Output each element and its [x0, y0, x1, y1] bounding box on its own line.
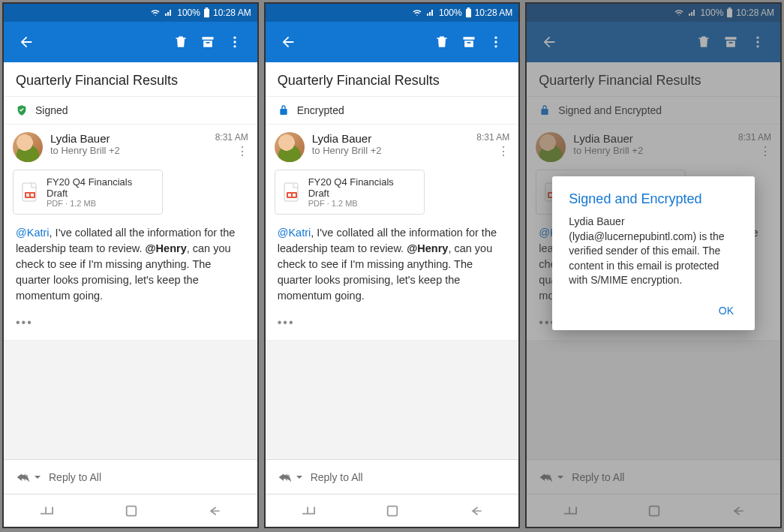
svg-rect-1 [206, 8, 209, 9]
nav-recent-icon[interactable] [300, 504, 317, 518]
sender-row[interactable]: Lydia Bauer to Henry Brill +2 8:31 AM ⋮ [266, 125, 519, 167]
avatar [13, 132, 43, 162]
signal-icon [164, 8, 174, 17]
security-dialog: Signed and Encrypted Lydia Bauer (lydia@… [552, 176, 755, 330]
svg-point-14 [495, 45, 497, 47]
battery-percent: 100% [177, 8, 200, 18]
svg-rect-8 [31, 194, 34, 197]
svg-point-2 [233, 37, 236, 39]
phone-screen: 100% 10:28 AM Quarterly Financial Result… [2, 2, 259, 528]
mention[interactable]: @Katri [278, 227, 311, 239]
empty-area [266, 341, 519, 459]
svg-point-12 [495, 37, 497, 39]
reply-all-icon [16, 470, 41, 484]
mention[interactable]: @Henry [145, 242, 186, 254]
app-bar [4, 22, 257, 62]
svg-rect-9 [127, 506, 137, 515]
svg-rect-10 [466, 9, 471, 17]
file-pdf-icon [21, 182, 39, 203]
archive-button[interactable] [194, 29, 221, 56]
battery-icon [465, 8, 472, 18]
svg-rect-17 [288, 194, 291, 197]
nav-back-icon[interactable] [469, 504, 484, 518]
delete-button[interactable] [428, 29, 455, 56]
expand-quoted-icon[interactable]: ••• [266, 313, 519, 341]
status-bar: 100% 10:28 AM [4, 4, 257, 22]
phone-screen: 100% 10:28 AM Quarterly Financial Result… [525, 2, 782, 528]
nav-recent-icon[interactable] [38, 504, 55, 518]
svg-rect-11 [467, 8, 470, 9]
signal-icon [425, 8, 436, 17]
reply-label: Reply to All [49, 471, 101, 483]
svg-point-13 [495, 41, 497, 43]
attachment-chip[interactable]: FY20 Q4 Financials Draft PDF · 1.2 MB [275, 170, 425, 215]
attachment-name: FY20 Q4 Financials Draft [308, 176, 416, 199]
message-more-icon[interactable]: ⋮ [497, 146, 509, 158]
message-more-icon[interactable]: ⋮ [236, 146, 248, 158]
battery-percent: 100% [439, 8, 462, 18]
status-bar: 100% 10:28 AM [266, 4, 519, 22]
security-row[interactable]: Encrypted [266, 97, 519, 125]
nav-home-icon[interactable] [125, 504, 138, 518]
wifi-icon [150, 8, 161, 17]
avatar [275, 132, 305, 162]
empty-area [4, 341, 257, 459]
more-button[interactable] [482, 29, 509, 56]
nav-back-icon[interactable] [207, 504, 222, 518]
system-nav-bar [266, 494, 519, 527]
recipients-summary: to Henry Brill +2 [50, 145, 208, 156]
system-nav-bar [4, 494, 257, 527]
mention[interactable]: @Katri [16, 227, 50, 239]
security-row[interactable]: Signed [4, 97, 257, 125]
message-time: 8:31 AM [476, 132, 509, 143]
encrypted-icon [278, 104, 290, 116]
svg-rect-7 [26, 194, 29, 197]
reply-label: Reply to All [311, 471, 363, 483]
attachment-chip[interactable]: FY20 Q4 Financials Draft PDF · 1.2 MB [13, 170, 163, 215]
phone-screen: 100% 10:28 AM Quarterly Financial Result… [264, 2, 521, 528]
email-body: @Katri, I've collated all the informatio… [4, 222, 257, 313]
battery-icon [203, 8, 210, 18]
expand-quoted-icon[interactable]: ••• [4, 313, 257, 341]
security-label: Signed [35, 104, 68, 116]
svg-rect-0 [204, 9, 209, 17]
attachment-meta: PDF · 1.2 MB [47, 199, 155, 208]
email-subject: Quarterly Financial Results [266, 62, 519, 97]
wifi-icon [412, 8, 422, 17]
svg-point-3 [233, 41, 236, 43]
svg-point-4 [233, 45, 236, 47]
nav-home-icon[interactable] [386, 504, 399, 518]
message-time: 8:31 AM [215, 132, 248, 143]
more-button[interactable] [221, 29, 248, 56]
security-label: Encrypted [297, 104, 344, 116]
reply-bar[interactable]: Reply to All [4, 459, 257, 494]
sender-name: Lydia Bauer [50, 132, 208, 145]
reply-bar[interactable]: Reply to All [266, 459, 519, 494]
file-pdf-icon [283, 182, 301, 203]
reply-all-icon [278, 470, 303, 484]
archive-button[interactable] [455, 29, 482, 56]
delete-button[interactable] [167, 29, 194, 56]
signed-icon [16, 104, 28, 116]
app-bar [266, 22, 519, 62]
email-subject: Quarterly Financial Results [4, 62, 257, 97]
dialog-body: Lydia Bauer (lydia@lucernepubintl.com) i… [569, 215, 738, 288]
svg-rect-19 [388, 506, 398, 515]
sender-row[interactable]: Lydia Bauer to Henry Brill +2 8:31 AM ⋮ [4, 125, 257, 167]
recipients-summary: to Henry Brill +2 [312, 145, 470, 156]
attachment-name: FY20 Q4 Financials Draft [47, 176, 155, 199]
sender-name: Lydia Bauer [312, 132, 470, 145]
dialog-title: Signed and Encrypted [569, 191, 738, 207]
mention[interactable]: @Henry [407, 242, 448, 254]
svg-rect-18 [293, 194, 296, 197]
back-button[interactable] [13, 29, 40, 56]
clock-time: 10:28 AM [475, 8, 513, 18]
email-body: @Katri, I've collated all the informatio… [266, 222, 519, 313]
attachment-meta: PDF · 1.2 MB [308, 199, 416, 208]
clock-time: 10:28 AM [213, 8, 251, 18]
back-button[interactable] [275, 29, 302, 56]
dialog-ok-button[interactable]: OK [714, 299, 738, 323]
